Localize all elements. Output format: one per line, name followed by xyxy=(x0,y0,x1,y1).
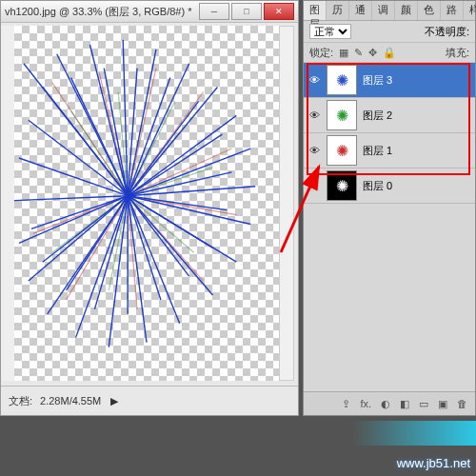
panel-tabs: 图层 历 通 调 颜 色 路 样 xyxy=(304,1,475,21)
svg-line-41 xyxy=(71,78,129,196)
vertical-ruler xyxy=(1,26,15,381)
titlebar[interactable]: vh1200.jpg @ 33.3% (图层 3, RGB/8#) * ─ □ … xyxy=(1,1,298,23)
layer-thumbnail[interactable]: ✺ xyxy=(327,100,357,130)
svg-line-56 xyxy=(31,196,128,229)
tab-history[interactable]: 历 xyxy=(327,1,349,20)
lock-row: 锁定: ▦ ✎ ✥ 🔒 填充: xyxy=(304,43,475,63)
panel-footer: ⇪ fx. ◐ ◧ ▭ ▣ 🗑 xyxy=(304,391,475,415)
layer-row[interactable]: ▢ ✺ 图层 0 xyxy=(304,169,475,204)
group-icon[interactable]: ▭ xyxy=(419,398,428,410)
lock-label: 锁定: xyxy=(309,46,333,60)
tab-swatch[interactable]: 色 xyxy=(418,1,441,20)
status-menu-icon[interactable]: ▶ xyxy=(110,395,118,407)
visibility-icon[interactable]: 👁 xyxy=(307,144,321,157)
window-buttons: ─ □ ✕ xyxy=(199,3,294,20)
tab-adjust[interactable]: 调 xyxy=(372,1,395,20)
adjustment-icon[interactable]: ◧ xyxy=(400,398,409,410)
vertical-scrollbar[interactable] xyxy=(279,26,294,381)
lock-transparency-icon[interactable]: ▦ xyxy=(339,47,348,59)
visibility-icon[interactable]: ▢ xyxy=(307,179,321,192)
maximize-button[interactable]: □ xyxy=(231,3,262,20)
svg-line-19 xyxy=(89,45,128,196)
delete-icon[interactable]: 🗑 xyxy=(457,398,467,409)
mask-icon[interactable]: ◐ xyxy=(381,398,390,410)
layer-name[interactable]: 图层 0 xyxy=(363,179,471,193)
layer-thumbnail[interactable]: ✺ xyxy=(327,135,357,166)
layer-row[interactable]: 👁 ✺ 图层 2 xyxy=(304,98,475,133)
layer-thumbnail[interactable]: ✺ xyxy=(327,65,357,95)
minimize-button[interactable]: ─ xyxy=(199,3,229,20)
lock-pixels-icon[interactable]: ✎ xyxy=(354,47,363,59)
layer-row[interactable]: 👁 ✺ 图层 1 xyxy=(304,133,475,169)
svg-line-23 xyxy=(128,88,217,196)
layer-name[interactable]: 图层 2 xyxy=(363,109,471,123)
new-layer-icon[interactable]: ▣ xyxy=(438,398,447,410)
artwork-firework xyxy=(14,26,279,375)
svg-line-44 xyxy=(128,78,170,196)
svg-line-29 xyxy=(128,196,212,295)
lock-all-icon[interactable]: 🔒 xyxy=(383,47,396,59)
svg-line-53 xyxy=(94,196,128,309)
close-button[interactable]: ✕ xyxy=(264,3,294,20)
svg-line-8 xyxy=(67,196,129,300)
layer-name[interactable]: 图层 3 xyxy=(363,73,471,88)
visibility-icon[interactable]: 👁 xyxy=(307,109,321,122)
tab-styles[interactable]: 样 xyxy=(464,1,476,20)
svg-line-37 xyxy=(14,196,128,201)
layer-thumbnail[interactable]: ✺ xyxy=(327,170,357,201)
visibility-icon[interactable]: 👁 xyxy=(307,73,321,87)
lock-position-icon[interactable]: ✥ xyxy=(368,47,377,59)
document-title: vh1200.jpg @ 33.3% (图层 3, RGB/8#) * xyxy=(5,5,199,19)
status-value: 2.28M/4.55M xyxy=(40,395,101,407)
watermark: www.jb51.net xyxy=(397,456,470,470)
blend-opacity-row: 正常 不透明度: xyxy=(304,21,475,43)
svg-line-33 xyxy=(76,196,129,338)
layer-name[interactable]: 图层 1 xyxy=(363,144,471,158)
status-bar: 文档: 2.28M/4.55M ▶ xyxy=(1,386,298,415)
svg-line-51 xyxy=(128,196,161,300)
canvas[interactable] xyxy=(14,26,279,381)
status-label: 文档: xyxy=(9,394,32,408)
tab-paths[interactable]: 路 xyxy=(441,1,464,20)
document-window: vh1200.jpg @ 33.3% (图层 3, RGB/8#) * ─ □ … xyxy=(0,0,299,416)
layer-list: 👁 ✺ 图层 3 👁 ✺ 图层 2 👁 ✺ 图层 1 ▢ ✺ 图层 0 xyxy=(304,63,475,391)
tab-color[interactable]: 颜 xyxy=(395,1,418,20)
layers-panel: 图层 历 通 调 颜 色 路 样 正常 不透明度: 锁定: ▦ ✎ ✥ 🔒 填充… xyxy=(303,0,476,416)
tab-channels[interactable]: 通 xyxy=(349,1,372,20)
blend-mode-select[interactable]: 正常 xyxy=(309,24,351,39)
tab-layers[interactable]: 图层 xyxy=(304,1,327,20)
decorative-strip xyxy=(352,421,476,446)
fill-label: 填充: xyxy=(446,46,469,60)
link-layers-icon[interactable]: ⇪ xyxy=(342,398,350,410)
layer-row[interactable]: 👁 ✺ 图层 3 xyxy=(304,63,475,98)
fx-icon[interactable]: fx. xyxy=(360,398,371,409)
svg-line-21 xyxy=(128,50,156,196)
opacity-label: 不透明度: xyxy=(425,25,469,39)
